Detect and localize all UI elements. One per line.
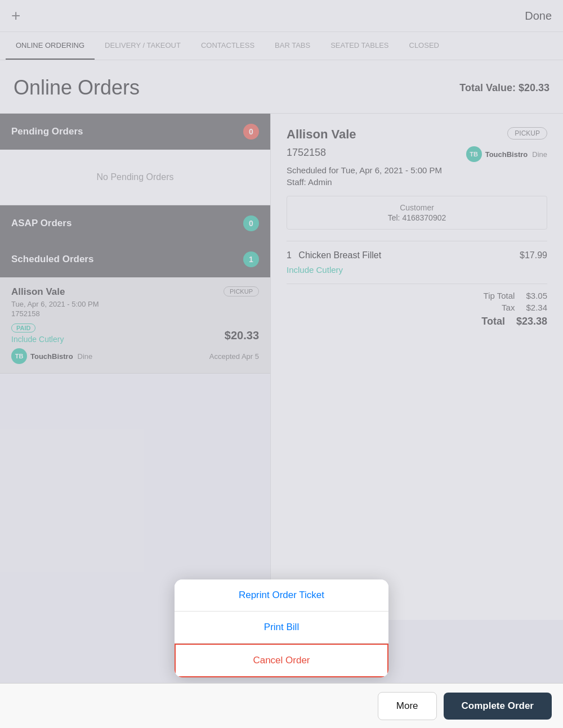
bottom-bar: More Complete Order xyxy=(0,683,563,728)
print-bill-button[interactable]: Print Bill xyxy=(175,612,388,644)
more-button[interactable]: More xyxy=(378,692,437,720)
reprint-order-ticket-button[interactable]: Reprint Order Ticket xyxy=(175,579,388,612)
action-sheet: Reprint Order Ticket Print Bill Cancel O… xyxy=(175,579,388,677)
complete-order-button[interactable]: Complete Order xyxy=(444,693,552,720)
cancel-order-button[interactable]: Cancel Order xyxy=(175,644,388,677)
